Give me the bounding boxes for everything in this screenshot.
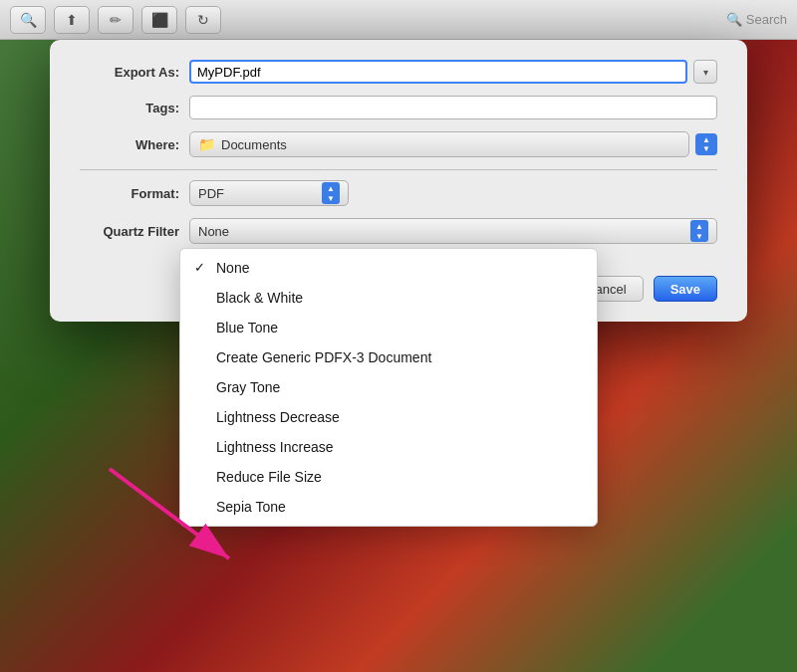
save-button[interactable]: Save <box>654 276 717 302</box>
share-icon: ⬆ <box>66 12 78 28</box>
divider <box>80 169 717 170</box>
tags-row: Tags: <box>80 96 717 119</box>
zoom-in-button[interactable]: 🔍 <box>10 6 46 34</box>
toolbar: 🔍 ⬆ ✏ ⬛ ↻ 🔍 Search <box>0 0 797 40</box>
dropdown-item-label: Reduce File Size <box>216 469 322 485</box>
expand-button[interactable]: ▾ <box>693 60 717 84</box>
dropdown-item-blue-tone[interactable]: Blue Tone <box>180 313 597 342</box>
dropdown-item-gray-tone[interactable]: Gray Tone <box>180 372 597 402</box>
dropdown-item-label: Gray Tone <box>216 379 280 395</box>
format-stepper[interactable]: ▲ ▼ <box>322 182 340 204</box>
dropdown-item-reduce-file-size[interactable]: Reduce File Size <box>180 462 597 492</box>
export-dialog: Export As: ▾ Tags: Where: 📁 Documents ▲ … <box>50 40 747 322</box>
down-arrow-icon: ▼ <box>327 194 335 203</box>
chevron-down-icon: ▼ <box>702 145 710 153</box>
share-button[interactable]: ⬆ <box>54 6 90 34</box>
search-label: Search <box>746 12 787 27</box>
rotate-icon: ↻ <box>197 12 209 28</box>
dropdown-item-label: Blue Tone <box>216 320 278 336</box>
quartz-filter-row: Quartz Filter None ▲ ▼ None Black & Whit… <box>80 218 717 244</box>
format-select[interactable]: PDF ▲ ▼ <box>189 180 349 206</box>
dropdown-item-label: Black & White <box>216 290 303 306</box>
search-area: 🔍 Search <box>726 12 787 27</box>
annotate-button[interactable]: ✏ <box>98 6 133 34</box>
quartz-filter-dropdown: None Black & White Blue Tone Create Gene… <box>179 248 598 527</box>
tags-input[interactable] <box>189 96 717 119</box>
crop-button[interactable]: ⬛ <box>141 6 177 34</box>
dropdown-item-sepia-tone[interactable]: Sepia Tone <box>180 492 597 522</box>
dropdown-item-none[interactable]: None <box>180 253 597 283</box>
annotate-icon: ✏ <box>110 12 122 28</box>
quartz-filter-value: None <box>198 224 229 239</box>
dropdown-item-label: None <box>216 260 249 276</box>
dropdown-item-label: Create Generic PDFX-3 Document <box>216 349 431 365</box>
format-row: Format: PDF ▲ ▼ <box>80 180 717 206</box>
where-label: Where: <box>80 137 179 152</box>
export-as-row: Export As: ▾ <box>80 60 717 84</box>
quartz-stepper[interactable]: ▲ ▼ <box>690 220 708 242</box>
search-icon: 🔍 <box>726 12 742 27</box>
chevron-down-icon: ▾ <box>703 67 708 78</box>
where-select[interactable]: 📁 Documents <box>189 131 689 157</box>
down-arrow-icon: ▼ <box>695 232 703 241</box>
export-as-input[interactable] <box>189 60 687 84</box>
dropdown-item-bw[interactable]: Black & White <box>180 283 597 313</box>
crop-icon: ⬛ <box>151 12 168 28</box>
up-arrow-icon: ▲ <box>695 222 703 231</box>
zoom-in-icon: 🔍 <box>20 12 37 28</box>
rotate-button[interactable]: ↻ <box>185 6 221 34</box>
format-label: Format: <box>80 186 179 201</box>
dropdown-item-lightness-decrease[interactable]: Lightness Decrease <box>180 402 597 432</box>
folder-icon: 📁 <box>198 136 215 152</box>
where-value: Documents <box>221 137 287 152</box>
where-arrows-button[interactable]: ▲ ▼ <box>695 133 717 155</box>
quartz-filter-select[interactable]: None ▲ ▼ <box>189 218 717 244</box>
export-as-label: Export As: <box>80 65 179 80</box>
where-row: Where: 📁 Documents ▲ ▼ <box>80 131 717 157</box>
format-value: PDF <box>198 186 224 201</box>
dropdown-item-label: Sepia Tone <box>216 499 286 515</box>
dropdown-item-label: Lightness Increase <box>216 439 334 455</box>
dialog-body: Export As: ▾ Tags: Where: 📁 Documents ▲ … <box>50 40 747 266</box>
dropdown-item-pdfx3[interactable]: Create Generic PDFX-3 Document <box>180 342 597 372</box>
up-arrow-icon: ▲ <box>327 184 335 193</box>
dropdown-item-label: Lightness Decrease <box>216 409 340 425</box>
dropdown-item-lightness-increase[interactable]: Lightness Increase <box>180 432 597 462</box>
tags-label: Tags: <box>80 101 179 115</box>
chevron-up-icon: ▲ <box>702 136 710 144</box>
quartz-filter-label: Quartz Filter <box>80 224 179 239</box>
